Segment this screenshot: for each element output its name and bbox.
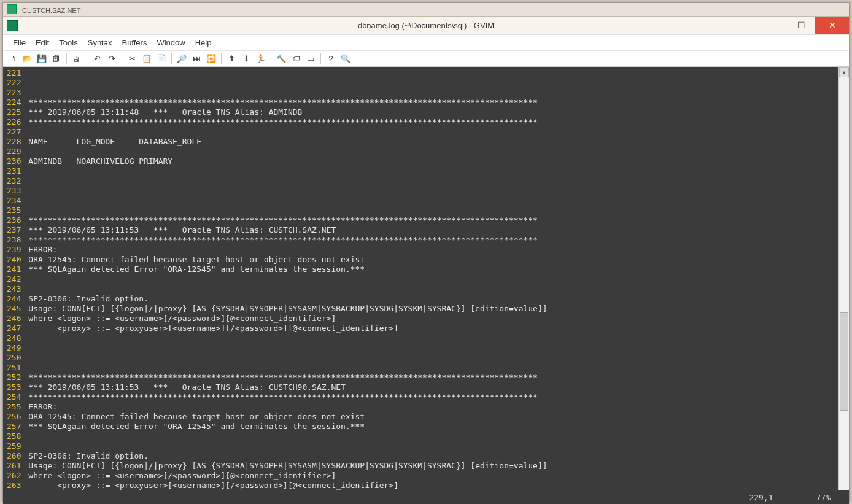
code-line[interactable] <box>23 88 838 98</box>
code-line[interactable]: where <logon> ::= <username>[/<password>… <box>23 471 838 481</box>
text-content[interactable]: ****************************************… <box>23 67 838 504</box>
code-line[interactable] <box>23 363 838 373</box>
code-line[interactable] <box>23 284 838 294</box>
help-icon[interactable]: ? <box>324 52 338 66</box>
code-line[interactable]: *** 2019/06/05 13:11:53 *** Oracle TNS A… <box>23 382 838 392</box>
code-line[interactable]: ****************************************… <box>23 98 838 107</box>
menu-edit[interactable]: Edit <box>31 36 54 49</box>
code-line[interactable] <box>23 176 838 186</box>
line-number: 261 <box>7 461 21 471</box>
code-line[interactable]: *** SQLAgain detected Error "ORA-12545" … <box>23 265 838 274</box>
code-line[interactable] <box>23 78 838 88</box>
vertical-scrollbar[interactable]: ▲ ▼ <box>838 67 849 504</box>
code-line[interactable]: ****************************************… <box>23 392 838 402</box>
code-line[interactable]: NAME LOG_MODE DATABASE_ROLE <box>23 137 838 147</box>
make-icon[interactable]: 🔨 <box>274 52 288 66</box>
code-line[interactable]: <proxy> ::= <proxyuser>[<username>][/<pa… <box>23 481 838 490</box>
code-line[interactable]: ORA-12545: Connect failed because target… <box>23 412 838 422</box>
paste-icon[interactable]: 📄 <box>155 52 168 66</box>
undo-icon[interactable]: ↶ <box>90 52 104 66</box>
code-line[interactable]: SP2-0306: Invalid option. <box>23 294 838 304</box>
code-line[interactable] <box>23 333 838 343</box>
toolbar-separator <box>221 53 222 64</box>
menu-buffers[interactable]: Buffers <box>117 36 152 49</box>
code-line[interactable]: *** 2019/06/05 13:11:48 *** Oracle TNS A… <box>23 107 838 117</box>
scroll-up-icon[interactable]: ▲ <box>839 67 849 77</box>
find-icon[interactable]: 🔎 <box>175 52 188 66</box>
code-line[interactable] <box>23 274 838 284</box>
menu-window[interactable]: Window <box>152 36 190 49</box>
code-line[interactable]: SP2-0306: Invalid option. <box>23 451 838 461</box>
status-bar: 229,1 77% <box>3 490 849 504</box>
code-line[interactable]: ERROR: <box>23 402 838 412</box>
file-percent: 77% <box>816 493 831 502</box>
code-line[interactable]: --------- ------------ ---------------- <box>23 147 838 157</box>
code-line[interactable] <box>23 206 838 215</box>
gvim-window: CUSTCH.SAZ.NET dbname.log (~\Documents\s… <box>2 2 850 502</box>
close-button[interactable]: ✕ <box>815 17 849 34</box>
code-line[interactable]: <proxy> ::= <proxyuser>[<username>][/<pa… <box>23 324 838 333</box>
menu-help[interactable]: Help <box>190 36 217 49</box>
code-line[interactable] <box>23 441 838 451</box>
line-number: 238 <box>7 235 21 245</box>
code-line[interactable]: ****************************************… <box>23 117 838 127</box>
code-line[interactable] <box>23 186 838 196</box>
code-line[interactable] <box>23 432 838 441</box>
code-line[interactable]: *** SQLAgain detected Error "ORA-12545" … <box>23 422 838 432</box>
code-line[interactable]: Usage: CONN[ECT] [{logon|/|proxy} [AS {S… <box>23 461 838 471</box>
save-session-icon[interactable]: ⬇ <box>239 52 253 66</box>
code-line[interactable]: ****************************************… <box>23 215 838 225</box>
line-number: 222 <box>7 78 21 88</box>
code-line[interactable]: ORA-12545: Connect failed because target… <box>23 255 838 265</box>
findnext-icon[interactable]: ⏭ <box>190 52 203 66</box>
menu-syntax[interactable]: Syntax <box>83 36 117 49</box>
code-line[interactable]: ****************************************… <box>23 235 838 245</box>
code-line[interactable]: ADMINDB NOARCHIVELOG PRIMARY <box>23 157 838 166</box>
line-number: 225 <box>7 107 21 117</box>
load-icon[interactable]: ⬆ <box>225 52 238 66</box>
redo-icon[interactable]: ↷ <box>105 52 118 66</box>
line-number: 227 <box>7 127 21 137</box>
maximize-button[interactable]: ☐ <box>787 17 815 34</box>
tag-icon[interactable]: 🏷 <box>289 52 303 66</box>
line-number: 235 <box>7 206 21 215</box>
line-number: 251 <box>7 363 21 373</box>
line-number: 255 <box>7 402 21 412</box>
menu-tools[interactable]: Tools <box>54 36 82 49</box>
line-number: 258 <box>7 432 21 441</box>
code-line[interactable]: Usage: CONN[ECT] [{logon|/|proxy} [AS {S… <box>23 304 838 314</box>
code-line[interactable] <box>23 127 838 137</box>
replace-icon[interactable]: 🔁 <box>204 52 218 66</box>
code-line[interactable]: ERROR: <box>23 245 838 255</box>
line-number: 228 <box>7 137 21 147</box>
line-number: 236 <box>7 215 21 225</box>
toolbar-separator <box>320 53 321 64</box>
code-line[interactable] <box>23 166 838 176</box>
cut-icon[interactable]: ✂ <box>125 52 139 66</box>
shell-icon[interactable]: ▭ <box>304 52 317 66</box>
toolbar-separator <box>87 53 87 64</box>
code-line[interactable]: where <logon> ::= <username>[/<password>… <box>23 314 838 324</box>
copy-icon[interactable]: 📋 <box>140 52 153 66</box>
findhelp-icon[interactable]: 🔍 <box>339 52 352 66</box>
code-line[interactable]: ****************************************… <box>23 373 838 382</box>
menu-bar: FileEditToolsSyntaxBuffersWindowHelp <box>3 35 849 51</box>
save-icon[interactable]: 💾 <box>35 52 48 66</box>
minimize-button[interactable]: — <box>759 17 787 34</box>
scroll-thumb[interactable] <box>840 312 848 411</box>
code-line[interactable] <box>23 196 838 206</box>
editor-area[interactable]: 2212222232242252262272282292302312322332… <box>3 67 849 504</box>
code-line[interactable] <box>23 68 838 78</box>
open-icon[interactable]: 📂 <box>20 52 34 66</box>
print-icon[interactable]: 🖨 <box>70 52 83 66</box>
code-line[interactable] <box>23 353 838 363</box>
cursor-position: 229,1 <box>749 493 773 502</box>
run-icon[interactable]: 🏃 <box>254 52 268 66</box>
code-line[interactable] <box>23 343 838 353</box>
new-icon[interactable]: 🗋 <box>6 52 19 66</box>
line-number: 237 <box>7 225 21 235</box>
tab-title[interactable]: CUSTCH.SAZ.NET <box>22 7 80 14</box>
code-line[interactable]: *** 2019/06/05 13:11:53 *** Oracle TNS A… <box>23 225 838 235</box>
menu-file[interactable]: File <box>8 36 31 49</box>
saveall-icon[interactable]: 🗐 <box>50 52 63 66</box>
